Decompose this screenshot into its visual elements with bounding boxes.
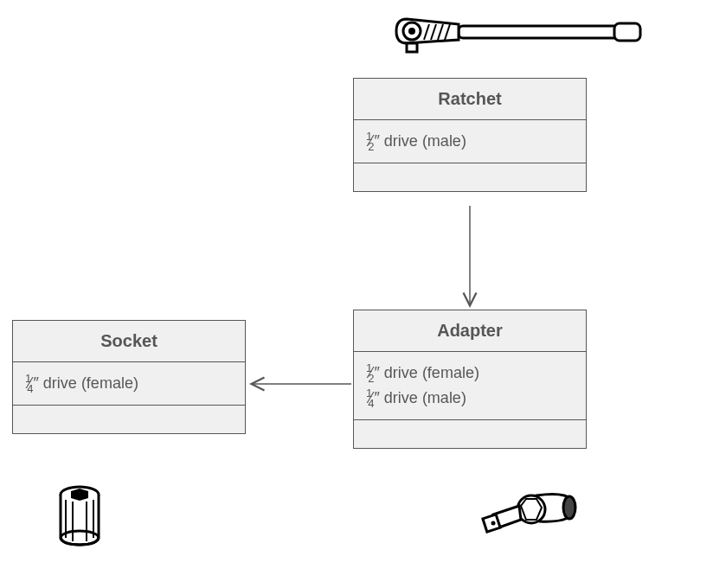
- class-adapter-title: Adapter: [354, 310, 586, 352]
- class-socket: Socket 1⁄4″ drive (female): [12, 320, 246, 434]
- svg-rect-1: [614, 23, 640, 41]
- class-socket-title: Socket: [13, 321, 245, 362]
- class-adapter: Adapter 1⁄2″ drive (female) 1⁄4″ drive (…: [353, 310, 587, 449]
- adapter-attr-2: 1⁄4″ drive (male): [366, 386, 574, 411]
- class-socket-methods: [13, 406, 245, 433]
- class-ratchet: Ratchet 1⁄2″ drive (male): [353, 78, 587, 192]
- svg-point-16: [563, 496, 575, 519]
- class-ratchet-title: Ratchet: [354, 79, 586, 120]
- svg-point-3: [408, 28, 415, 35]
- ratchet-attr-1: 1⁄2″ drive (male): [366, 129, 574, 154]
- ratchet-tool-icon: [389, 7, 649, 69]
- class-adapter-methods: [354, 420, 586, 448]
- class-adapter-attrs: 1⁄2″ drive (female) 1⁄4″ drive (male): [354, 352, 586, 420]
- svg-rect-0: [459, 26, 627, 38]
- adapter-attr-1: 1⁄2″ drive (female): [366, 361, 574, 386]
- socket-attr-1: 1⁄4″ drive (female): [25, 371, 233, 396]
- class-socket-attrs: 1⁄4″ drive (female): [13, 362, 245, 406]
- socket-tool-icon: [54, 484, 106, 555]
- diagram-canvas: Ratchet 1⁄2″ drive (male) Adapter 1⁄2″ d…: [0, 0, 713, 588]
- svg-point-19: [491, 521, 496, 526]
- class-ratchet-methods: [354, 163, 586, 191]
- adapter-tool-icon: [478, 480, 581, 544]
- svg-rect-4: [407, 43, 417, 52]
- class-ratchet-attrs: 1⁄2″ drive (male): [354, 120, 586, 163]
